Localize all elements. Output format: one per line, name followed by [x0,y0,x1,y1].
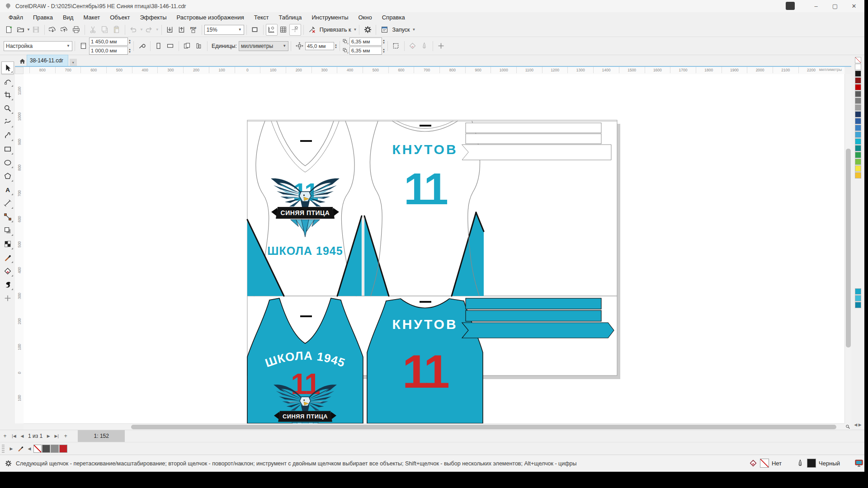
interactive-fill-tool[interactable] [1,265,14,277]
paste-button[interactable] [111,24,123,36]
menu-item-эффекты[interactable]: Эффекты [135,13,172,22]
add-property-button[interactable] [435,40,447,52]
artistic-media-tool[interactable] [1,129,14,142]
cloud-download-button[interactable] [47,24,59,36]
color-swatch[interactable] [855,70,861,77]
print-button[interactable] [71,24,82,36]
freehand-tool[interactable] [1,116,14,128]
page-height-field[interactable]: 1 000,0 мм [89,47,128,55]
pick-tool[interactable] [1,61,14,74]
open-dropdown[interactable]: ▼ [27,28,30,32]
add-tool-button[interactable] [1,292,14,305]
export-button[interactable] [176,24,188,36]
color-swatch[interactable] [855,152,861,158]
home-tab-button[interactable] [18,56,27,66]
menu-item-справка[interactable]: Справка [377,13,410,22]
new-document-button[interactable] [3,24,14,36]
color-swatch[interactable] [855,295,861,301]
show-guidelines-toggle[interactable] [289,24,301,36]
redo-dropdown[interactable]: ▼ [156,28,159,32]
crop-tool[interactable] [1,89,14,101]
connector-tool[interactable] [1,211,14,223]
show-grid-toggle[interactable] [278,24,289,36]
show-rulers-toggle[interactable] [266,24,278,36]
snap-off-button[interactable] [306,24,318,36]
menu-item-растровые изображения[interactable]: Растровые изображения [172,13,249,22]
previous-page-button[interactable]: ◀ [18,434,26,438]
color-swatch[interactable] [855,138,861,145]
drop-shadow-tool[interactable] [1,224,14,237]
nudge-spinner[interactable]: ▲▼ [335,43,337,49]
color-swatch[interactable] [855,159,861,165]
color-swatch[interactable] [855,145,861,151]
palette-flyout-buttons[interactable]: ◀ ▶ [854,422,861,427]
color-swatch[interactable] [51,445,59,453]
duplicate-y-spinner[interactable]: ▲▼ [382,48,385,53]
color-swatch[interactable] [59,445,67,453]
fill-color-swatch[interactable] [760,459,769,468]
rectangle-tool[interactable] [1,143,14,155]
page-width-field[interactable]: 1 450,0 мм [89,38,128,46]
launcher-icon[interactable] [378,24,390,36]
cloud-upload-button[interactable] [59,24,71,36]
color-swatch[interactable] [855,302,861,308]
units-combobox[interactable]: миллиметры▼ [239,41,288,51]
vertical-scrollbar-thumb[interactable] [846,149,851,347]
treat-as-filled-toggle[interactable] [390,40,402,52]
page-tab[interactable]: 1: 152 [78,430,125,442]
last-page-button[interactable]: ▶| [52,434,61,438]
color-swatch[interactable] [855,125,861,131]
color-swatch[interactable] [855,111,861,117]
publish-pdf-button[interactable] [188,24,199,36]
palette-drag-handle[interactable] [2,445,5,453]
status-gear-icon[interactable] [5,460,12,467]
menu-item-макет[interactable]: Макет [78,13,105,22]
menu-item-инструменты[interactable]: Инструменты [307,13,353,22]
nudge-distance-field[interactable]: 45,0 мм [305,42,334,50]
color-swatch[interactable] [855,131,861,138]
color-eyedropper-tool[interactable] [1,251,14,264]
fullscreen-preview-button[interactable] [249,24,261,36]
fill-color-icon[interactable] [749,459,757,467]
horizontal-scrollbar[interactable] [24,423,844,430]
color-swatch[interactable] [855,104,861,111]
vertical-scrollbar[interactable] [844,74,851,423]
all-pages-button[interactable] [181,40,193,52]
edit-fill-button[interactable] [407,40,419,52]
edit-outline-button[interactable] [419,40,430,52]
snap-to-dropdown[interactable]: ▼ [354,28,357,32]
launch-label[interactable]: Запуск [392,27,410,33]
tray-icon[interactable] [786,2,795,10]
smart-fill-tool[interactable] [1,278,14,291]
document-tab[interactable]: 38-146-11.cdr [27,55,68,66]
maximize-button[interactable]: ▢ [826,0,844,12]
vertical-ruler[interactable]: 110010009008007006005004003002001000100 [15,74,24,423]
palette-scroll-left[interactable]: ▶ [7,446,15,451]
menu-item-текст[interactable]: Текст [249,13,274,22]
ellipse-tool[interactable] [1,156,14,169]
current-page-button[interactable] [193,40,205,52]
page-width-spinner[interactable]: ▲▼ [128,39,131,44]
minimize-button[interactable]: – [807,0,826,12]
snap-to-label[interactable]: Привязать к [320,27,351,33]
menu-item-объект[interactable]: Объект [105,13,135,22]
dimension-tool[interactable] [1,197,14,210]
no-color-swatch[interactable] [33,445,42,453]
options-gear-button[interactable] [362,24,373,36]
import-button[interactable] [164,24,176,36]
color-swatch[interactable] [855,84,861,90]
cut-button[interactable] [87,24,99,36]
portrait-button[interactable] [153,40,165,52]
color-swatch[interactable] [855,64,861,70]
next-page-button[interactable]: ▶ [44,434,52,438]
color-swatch[interactable] [855,165,861,172]
menu-item-файл[interactable]: Файл [4,13,28,22]
shape-tool[interactable] [1,75,14,88]
outline-pen-icon[interactable] [796,459,804,467]
color-swatch[interactable] [855,98,861,104]
menu-item-вид[interactable]: Вид [58,13,79,22]
add-page-button-right[interactable]: + [61,433,71,439]
zoom-level-combobox[interactable]: 15%▼ [204,25,244,35]
autofit-page-button[interactable] [136,40,148,52]
ruler-origin-box[interactable] [15,67,24,74]
